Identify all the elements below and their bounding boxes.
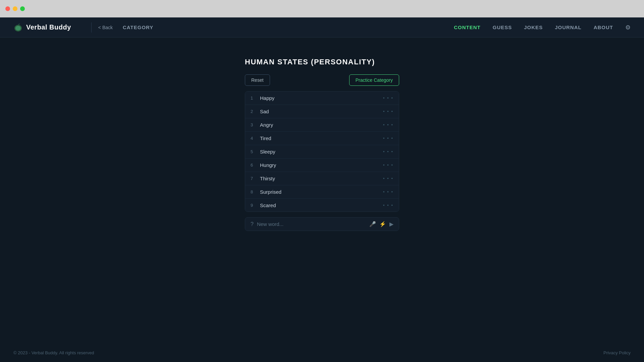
logo-text: Verbal Buddy bbox=[26, 23, 71, 31]
list-item[interactable]: 6Hungry• • • bbox=[245, 159, 399, 172]
word-number: 6 bbox=[251, 163, 260, 168]
word-more-icon[interactable]: • • • bbox=[383, 109, 393, 114]
content-container: HUMAN STATES (PERSONALITY) Reset Practic… bbox=[245, 58, 399, 231]
nav-link-about[interactable]: ABOUT bbox=[594, 24, 613, 30]
word-text: Surprised bbox=[260, 189, 383, 195]
nav-link-content[interactable]: CONTENT bbox=[454, 24, 481, 30]
word-text: Sad bbox=[260, 109, 383, 114]
word-number: 8 bbox=[251, 189, 260, 194]
list-item[interactable]: 5Sleepy• • • bbox=[245, 145, 399, 159]
word-more-icon[interactable]: • • • bbox=[383, 96, 393, 101]
word-number: 3 bbox=[251, 122, 260, 127]
list-item[interactable]: 3Angry• • • bbox=[245, 118, 399, 132]
word-text: Angry bbox=[260, 122, 383, 128]
word-number: 9 bbox=[251, 203, 260, 208]
word-number: 1 bbox=[251, 96, 260, 101]
logo-area: Verbal Buddy bbox=[13, 23, 71, 32]
new-word-input[interactable] bbox=[257, 221, 366, 227]
nav-link-journal[interactable]: JOURNAL bbox=[555, 24, 582, 30]
list-item[interactable]: 2Sad• • • bbox=[245, 105, 399, 118]
word-number: 4 bbox=[251, 136, 260, 141]
toolbar: Reset Practice Category bbox=[245, 74, 399, 86]
nav-link-guess[interactable]: GUESS bbox=[493, 24, 512, 30]
traffic-light-yellow[interactable] bbox=[13, 6, 17, 11]
send-icon[interactable]: ▶ bbox=[389, 221, 393, 227]
mic-icon[interactable]: 🎤 bbox=[369, 221, 376, 227]
word-text: Scared bbox=[260, 202, 383, 208]
word-number: 2 bbox=[251, 109, 260, 114]
list-item[interactable]: 7Thirsty• • • bbox=[245, 172, 399, 185]
flash-icon[interactable]: ⚡ bbox=[379, 221, 386, 227]
word-more-icon[interactable]: • • • bbox=[383, 203, 393, 208]
svg-point-1 bbox=[15, 26, 21, 31]
nav-category-label: CATEGORY bbox=[123, 24, 153, 30]
main-content: HUMAN STATES (PERSONALITY) Reset Practic… bbox=[0, 38, 644, 251]
page-title: HUMAN STATES (PERSONALITY) bbox=[245, 58, 399, 66]
word-number: 7 bbox=[251, 176, 260, 181]
word-more-icon[interactable]: • • • bbox=[383, 149, 393, 154]
nav-divider bbox=[91, 22, 92, 33]
word-text: Happy bbox=[260, 95, 383, 101]
word-list: 1Happy• • •2Sad• • •3Angry• • •4Tired• •… bbox=[245, 91, 399, 212]
word-text: Sleepy bbox=[260, 149, 383, 155]
footer: © 2023 - Verbal Buddy. All rights reserv… bbox=[0, 344, 644, 362]
word-text: Tired bbox=[260, 135, 383, 141]
footer-copyright: © 2023 - Verbal Buddy. All rights reserv… bbox=[13, 350, 94, 355]
list-item[interactable]: 8Surprised• • • bbox=[245, 185, 399, 199]
navbar: Verbal Buddy < Back CATEGORY CONTENT GUE… bbox=[0, 17, 644, 38]
reset-button[interactable]: Reset bbox=[245, 74, 270, 86]
list-item[interactable]: 9Scared• • • bbox=[245, 199, 399, 212]
word-more-icon[interactable]: • • • bbox=[383, 136, 393, 141]
traffic-light-green[interactable] bbox=[20, 6, 25, 11]
word-text: Thirsty bbox=[260, 176, 383, 181]
input-bar: ? 🎤 ⚡ ▶ bbox=[245, 217, 399, 231]
list-item[interactable]: 4Tired• • • bbox=[245, 132, 399, 145]
traffic-light-red[interactable] bbox=[5, 6, 10, 11]
word-more-icon[interactable]: • • • bbox=[383, 122, 393, 127]
nav-links: CONTENT GUESS JOKES JOURNAL ABOUT ⚙ bbox=[454, 24, 631, 31]
word-text: Hungry bbox=[260, 162, 383, 168]
logo-icon bbox=[13, 23, 23, 32]
help-icon[interactable]: ? bbox=[251, 221, 254, 227]
nav-back-button[interactable]: < Back bbox=[98, 25, 113, 30]
list-item[interactable]: 1Happy• • • bbox=[245, 92, 399, 105]
title-bar bbox=[0, 0, 644, 17]
word-number: 5 bbox=[251, 149, 260, 154]
nav-link-jokes[interactable]: JOKES bbox=[524, 24, 543, 30]
word-more-icon[interactable]: • • • bbox=[383, 176, 393, 181]
privacy-policy-link[interactable]: Privacy Policy bbox=[603, 350, 631, 355]
practice-category-button[interactable]: Practice Category bbox=[349, 74, 399, 86]
word-more-icon[interactable]: • • • bbox=[383, 163, 393, 168]
word-more-icon[interactable]: • • • bbox=[383, 189, 393, 194]
settings-icon[interactable]: ⚙ bbox=[625, 24, 631, 31]
